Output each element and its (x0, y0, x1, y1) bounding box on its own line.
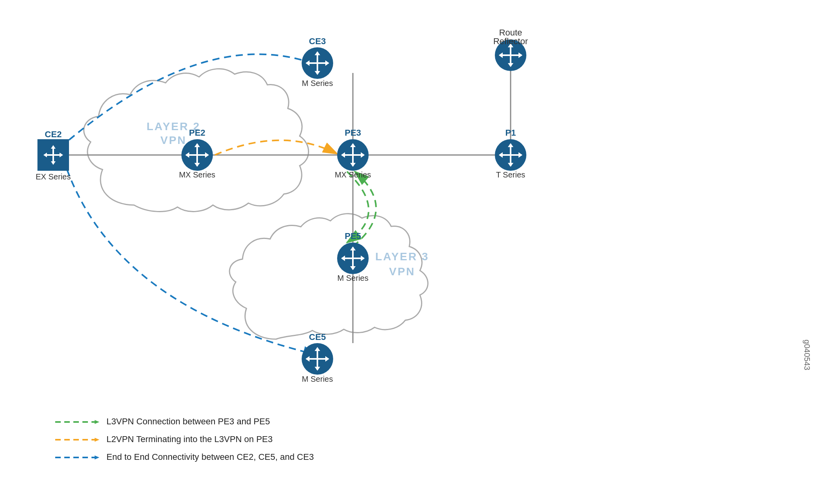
ce5-series: M Series (302, 375, 333, 383)
ce5-node (302, 343, 333, 375)
pe3-series: MX Series (335, 170, 371, 179)
legend-l2vpn-text: L2VPN Terminating into the L3VPN on PE3 (106, 434, 273, 444)
ce3-label: CE3 (309, 36, 326, 46)
svg-marker-63 (95, 438, 99, 442)
ce2-node (37, 139, 69, 171)
ce5-label: CE5 (309, 332, 326, 342)
pe2-label: PE2 (189, 128, 205, 138)
pe2-series: MX Series (179, 170, 215, 179)
p1-label: P1 (505, 128, 516, 138)
layer2-vpn-label: VPN (160, 134, 187, 146)
rr-label-line2: Reflector (493, 36, 528, 46)
pe5-label: PE5 (345, 231, 361, 241)
ce2-series: EX Series (36, 172, 71, 181)
pe3-node (337, 139, 369, 171)
pe5-node (337, 243, 369, 274)
layer3-label: LAYER 3 (375, 250, 429, 263)
pe2-pe3-l2vpn (215, 140, 337, 155)
ce2-ce5-dashed (67, 170, 317, 355)
ce3-node (302, 47, 333, 79)
ce2-label: CE2 (45, 129, 62, 139)
p1-node (495, 139, 526, 171)
legend: L3VPN Connection between PE3 and PE5 L2V… (55, 416, 314, 462)
legend-e2e-text: End to End Connectivity between CE2, CE5… (106, 452, 314, 462)
diagram-id: g040543 (803, 340, 811, 370)
svg-marker-61 (95, 420, 99, 424)
p1-series: T Series (496, 170, 525, 179)
pe2-node (181, 139, 213, 171)
svg-marker-65 (95, 455, 99, 459)
ce3-series: M Series (302, 79, 333, 88)
pe5-series: M Series (338, 274, 369, 282)
legend-l3vpn-text: L3VPN Connection between PE3 and PE5 (106, 416, 270, 426)
pe3-label: PE3 (345, 128, 361, 138)
layer3-vpn-label: VPN (389, 265, 416, 278)
